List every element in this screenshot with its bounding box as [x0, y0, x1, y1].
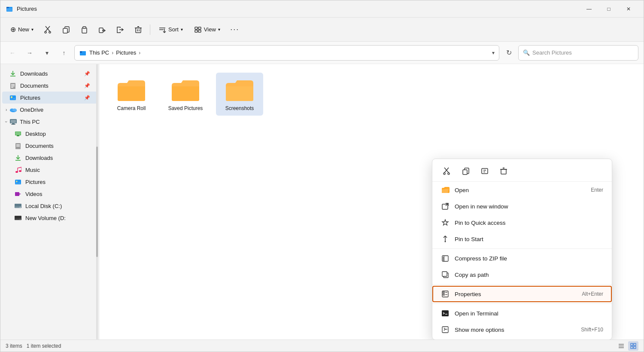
- svg-rect-23: [195, 30, 197, 32]
- folder-saved-pictures[interactable]: Saved Pictures: [162, 73, 209, 116]
- paste-button[interactable]: [76, 22, 92, 37]
- refresh-button[interactable]: ↻: [503, 47, 515, 59]
- move-to-button[interactable]: [94, 22, 110, 37]
- sidebar-item-music[interactable]: Music: [2, 164, 97, 176]
- compress-icon: [441, 254, 450, 263]
- address-bar[interactable]: This PC › Pictures › ▾: [74, 45, 499, 61]
- sidebar-item-this-pc[interactable]: › This PC: [2, 116, 97, 128]
- ctx-copy-button[interactable]: [458, 164, 474, 178]
- back-button[interactable]: ←: [6, 46, 19, 60]
- sidebar-item-desktop-label: Desktop: [25, 131, 46, 137]
- address-path: This PC › Pictures ›: [89, 49, 489, 56]
- ctx-item-copy-path[interactable]: Copy as path: [432, 266, 612, 283]
- sidebar-item-new-volume[interactable]: New Volume (D:: [2, 212, 97, 224]
- ctx-delete-button[interactable]: [496, 164, 511, 178]
- sidebar-item-desktop[interactable]: Desktop: [2, 128, 97, 140]
- svg-rect-83: [443, 294, 444, 295]
- sidebar-item-videos[interactable]: Videos: [2, 188, 97, 200]
- videos-icon: [14, 190, 22, 198]
- close-button[interactable]: ✕: [619, 2, 638, 16]
- svg-rect-52: [15, 192, 19, 196]
- main-toolbar: ⊕ New ▾ Sort ▾ View ▾: [0, 18, 644, 42]
- up-button[interactable]: ↑: [57, 46, 71, 60]
- ctx-cut-button[interactable]: [439, 164, 455, 178]
- search-box[interactable]: 🔍 Search Pictures: [518, 45, 638, 61]
- open-new-window-icon: [441, 202, 450, 211]
- view-label: View: [204, 26, 216, 33]
- svg-point-36: [12, 109, 17, 112]
- svg-point-59: [20, 219, 21, 220]
- sidebar-item-pictures-child[interactable]: Pictures: [2, 176, 97, 188]
- svg-rect-26: [80, 51, 82, 53]
- ctx-item-compress[interactable]: Compress to ZIP file: [432, 250, 612, 266]
- more-button[interactable]: ···: [227, 22, 243, 37]
- address-icon: [79, 49, 87, 57]
- sidebar-item-local-disk-label: Local Disk (C:): [25, 203, 62, 209]
- folder-screenshots[interactable]: Screenshots: [216, 73, 263, 116]
- ctx-item-properties[interactable]: Properties Alt+Enter: [432, 286, 612, 302]
- ctx-item-show-more-label: Show more options: [455, 327, 576, 333]
- main-area: Downloads 📌 Documents 📌 Pictures 📌 ›: [0, 64, 644, 340]
- breadcrumb-pictures[interactable]: Pictures: [116, 49, 136, 56]
- this-pc-icon: [9, 118, 17, 125]
- toolbar-separator: [150, 24, 150, 35]
- status-item-count: 3 items: [6, 343, 22, 349]
- view-button[interactable]: View ▾: [189, 23, 225, 37]
- pin-icon-downloads: 📌: [84, 71, 90, 77]
- ctx-item-open[interactable]: Open Enter: [432, 182, 612, 198]
- desktop-icon: [14, 130, 22, 138]
- more-icon: ···: [230, 25, 239, 34]
- svg-point-63: [448, 173, 450, 174]
- svg-point-49: [19, 170, 21, 172]
- sidebar-item-downloads-label: Downloads: [20, 70, 48, 77]
- this-pc-expand-icon: ›: [4, 121, 9, 122]
- onedrive-icon: [9, 106, 17, 113]
- sidebar-item-downloads-child[interactable]: Downloads: [2, 152, 97, 164]
- ctx-rename-button[interactable]: [477, 164, 492, 178]
- minimize-button[interactable]: —: [579, 2, 599, 16]
- maximize-button[interactable]: □: [599, 2, 619, 16]
- ctx-item-copy-path-label: Copy as path: [455, 272, 603, 278]
- delete-button[interactable]: [130, 22, 146, 37]
- downloads2-icon: [14, 154, 22, 162]
- sidebar-scrollbar-thumb: [96, 147, 98, 257]
- sidebar-item-pictures[interactable]: Pictures 📌: [2, 92, 97, 104]
- show-more-icon: [441, 325, 450, 334]
- ctx-item-open-shortcut: Enter: [591, 187, 603, 193]
- svg-rect-67: [501, 169, 506, 174]
- ctx-separator-1: [432, 248, 612, 249]
- new-button[interactable]: ⊕ New ▾: [6, 22, 38, 37]
- sidebar-item-onedrive[interactable]: › OneDrive: [2, 104, 97, 116]
- forward-button[interactable]: →: [23, 46, 36, 60]
- svg-rect-2: [7, 8, 12, 11]
- ctx-item-open-terminal[interactable]: Open in Terminal: [432, 305, 612, 321]
- open-icon: [441, 186, 450, 194]
- sidebar-item-documents-child[interactable]: Documents: [2, 140, 97, 152]
- ctx-item-pin-quick[interactable]: Pin to Quick access: [432, 214, 612, 231]
- address-dropdown-icon[interactable]: ▾: [492, 50, 495, 56]
- grid-view-button[interactable]: [628, 341, 638, 351]
- svg-point-6: [49, 31, 51, 33]
- sidebar-item-local-disk[interactable]: Local Disk (C:): [2, 200, 97, 212]
- recent-button[interactable]: ▾: [40, 46, 54, 60]
- status-bar: 3 items 1 item selected: [0, 340, 644, 352]
- sort-button[interactable]: Sort ▾: [154, 23, 188, 37]
- svg-rect-21: [195, 27, 197, 29]
- sidebar-item-documents[interactable]: Documents 📌: [2, 80, 97, 92]
- cut-button[interactable]: [40, 22, 56, 37]
- breadcrumb-this-pc[interactable]: This PC: [89, 49, 109, 56]
- sidebar-item-pictures-child-label: Pictures: [25, 179, 46, 185]
- list-view-button[interactable]: [616, 341, 626, 351]
- sidebar-item-downloads[interactable]: Downloads 📌: [2, 67, 97, 80]
- breadcrumb-separator-1: ›: [111, 50, 114, 56]
- ctx-item-open-new-window[interactable]: Open in new window: [432, 198, 612, 214]
- svg-rect-86: [442, 310, 449, 316]
- ctx-item-show-more[interactable]: Show more options Shift+F10: [432, 321, 612, 338]
- ctx-item-open-new-window-label: Open in new window: [455, 203, 603, 210]
- folder-camera-roll[interactable]: Camera Roll: [108, 73, 155, 116]
- share-button[interactable]: [112, 22, 128, 37]
- sort-label: Sort: [168, 26, 179, 33]
- copy-button[interactable]: [58, 22, 74, 37]
- ctx-item-pin-start[interactable]: Pin to Start: [432, 231, 612, 247]
- music-icon: [14, 166, 22, 174]
